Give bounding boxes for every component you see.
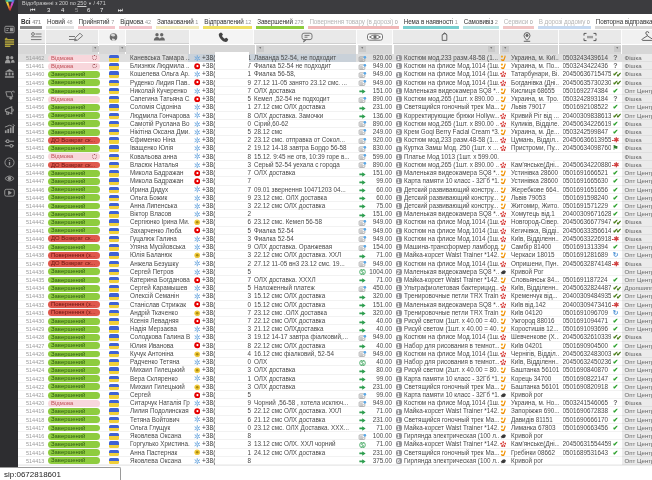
svg-text:$: $	[361, 269, 364, 275]
svg-text:$: $	[361, 360, 364, 366]
svg-text:$: $	[361, 442, 364, 448]
